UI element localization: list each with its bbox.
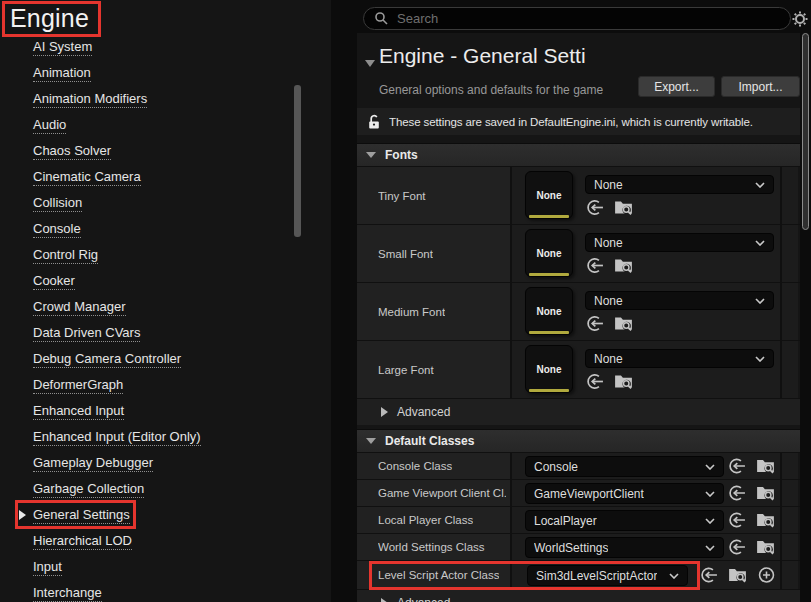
sidebar-item-label: AI System [33,39,92,56]
fonts-section-header[interactable]: Fonts [357,143,800,166]
sidebar-item-cooker[interactable]: Cooker [0,268,300,294]
export-button[interactable]: Export... [638,76,715,97]
sidebar-scrollbar[interactable] [294,85,301,237]
sidebar-item-input[interactable]: Input [0,554,300,580]
browse-to-asset-button[interactable] [727,566,748,585]
asset-thumbnail[interactable]: None [525,171,573,219]
asset-select-dropdown[interactable]: None [585,291,774,310]
setting-label-cell: World Settings Class [357,534,510,560]
sidebar-item-deformergraph[interactable]: DeformerGraph [0,372,300,398]
class-select-value: Console [534,460,578,474]
sidebar-item-collision[interactable]: Collision [0,190,300,216]
row-spacer-cell [780,453,798,479]
use-selected-asset-button[interactable] [727,511,746,530]
sidebar-item-data-driven-cvars[interactable]: Data Driven CVars [0,320,300,346]
class-setting-row: World Settings Class WorldSettings [357,533,800,560]
browse-to-asset-button[interactable] [613,256,634,275]
sidebar-item-control-rig[interactable]: Control Rig [0,242,300,268]
sidebar-item-label: Cooker [33,273,75,290]
class-select-dropdown[interactable]: Console [525,456,724,477]
sidebar-item-enhanced-input[interactable]: Enhanced Input [0,398,300,424]
use-selected-asset-button[interactable] [727,538,746,557]
use-selected-asset-icon [585,198,604,217]
setting-label: Console Class [378,460,452,472]
collapse-caret-icon[interactable] [365,60,375,67]
search-icon [374,11,389,26]
class-select-dropdown[interactable]: GameViewportClient [525,483,724,504]
setting-label: Local Player Class [378,514,473,526]
settings-content: Engine - General Setti General options a… [357,33,800,602]
sidebar-item-animation[interactable]: Animation [0,60,300,86]
use-selected-asset-button[interactable] [585,314,604,333]
sidebar-item-animation-modifiers[interactable]: Animation Modifiers [0,86,300,112]
browse-to-asset-button[interactable] [613,372,634,391]
selected-item-arrow-icon [19,510,26,520]
asset-select-dropdown[interactable]: None [585,233,774,252]
sidebar-item-label: Audio [33,117,66,134]
browse-to-asset-button[interactable] [755,511,776,530]
browse-to-asset-button[interactable] [755,538,776,557]
use-selected-asset-button[interactable] [585,198,604,217]
asset-thumbnail[interactable]: None [525,345,573,393]
row-spacer-cell [780,341,798,398]
default-classes-advanced-toggle[interactable]: Advanced [357,589,800,602]
sidebar-item-chaos-solver[interactable]: Chaos Solver [0,138,300,164]
setting-label: Small Font [378,248,433,260]
sidebar-item-console[interactable]: Console [0,216,300,242]
class-select-value: Sim3dLevelScriptActor [536,569,657,583]
asset-thumbnail[interactable]: None [525,287,573,335]
gear-icon[interactable] [792,11,808,27]
sidebar-item-garbage-collection[interactable]: Garbage Collection [0,476,300,502]
search-input[interactable]: Search [363,7,791,30]
panel-scrollbar-track[interactable] [800,33,811,602]
chevron-down-icon [366,438,376,444]
asset-actions [727,484,776,503]
asset-select-dropdown[interactable]: None [585,175,774,194]
sidebar-item-ai-system[interactable]: AI System [0,34,300,60]
class-select-dropdown[interactable]: Sim3dLevelScriptActor [527,565,688,586]
sidebar-item-label: General Settings [33,507,130,524]
add-class-button[interactable] [757,566,776,585]
browse-to-asset-button[interactable] [755,457,776,476]
use-selected-asset-button[interactable] [727,457,746,476]
fonts-advanced-toggle[interactable]: Advanced [357,398,800,425]
browse-to-asset-button[interactable] [613,314,634,333]
asset-actions [727,511,776,530]
font-setting-row: Medium Font None None [357,282,800,340]
sidebar-item-crowd-manager[interactable]: Crowd Manager [0,294,300,320]
browse-to-asset-icon [727,566,748,585]
chevron-down-icon [705,518,715,524]
use-selected-asset-button[interactable] [727,484,746,503]
use-selected-asset-button[interactable] [699,566,718,585]
sidebar-item-enhanced-input-editor-only[interactable]: Enhanced Input (Editor Only) [0,424,300,450]
browse-to-asset-button[interactable] [613,198,634,217]
sidebar-item-label: Control Rig [33,247,98,264]
sidebar-item-debug-camera-controller[interactable]: Debug Camera Controller [0,346,300,372]
fonts-section-title: Fonts [385,148,418,162]
asset-select-dropdown[interactable]: None [585,349,774,368]
setting-value-cell: None None [510,283,780,340]
default-classes-rows: Console Class Console Game Viewport Clie… [357,452,800,589]
asset-thumbnail[interactable]: None [525,229,573,277]
asset-select-value: None [594,352,623,366]
sidebar-item-audio[interactable]: Audio [0,112,300,138]
default-classes-section-header[interactable]: Default Classes [357,429,800,452]
setting-label-cell: Tiny Font [357,167,510,224]
panel-scrollbar-thumb[interactable] [802,33,809,230]
browse-to-asset-button[interactable] [755,484,776,503]
class-select-dropdown[interactable]: LocalPlayer [525,510,724,531]
sidebar-item-interchange[interactable]: Interchange [0,580,300,602]
sidebar-item-hierarchical-lod[interactable]: Hierarchical LOD [0,528,300,554]
class-setting-row: Game Viewport Client Cl... GameViewportC… [357,479,800,506]
sidebar-item-gameplay-debugger[interactable]: Gameplay Debugger [0,450,300,476]
class-select-dropdown[interactable]: WorldSettings [525,537,724,558]
font-setting-row: Tiny Font None None [357,166,800,224]
sidebar-item-cinematic-camera[interactable]: Cinematic Camera [0,164,300,190]
use-selected-asset-button[interactable] [585,372,604,391]
asset-actions [727,538,776,557]
use-selected-asset-button[interactable] [585,256,604,275]
sidebar-item-general-settings[interactable]: General Settings [0,502,300,528]
sidebar-item-label: DeformerGraph [33,377,123,394]
asset-type-color-bar [529,273,569,276]
import-button[interactable]: Import... [721,76,800,97]
